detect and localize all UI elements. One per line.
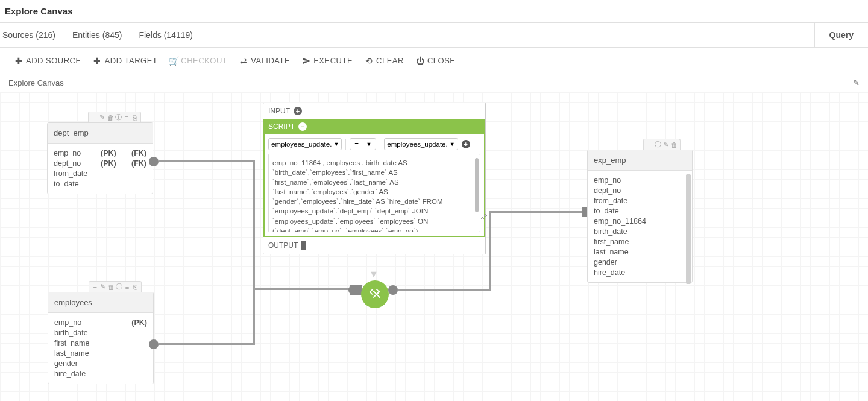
clear-button[interactable]: ⟲ CLEAR — [365, 56, 404, 65]
node-title: employees — [48, 292, 153, 313]
left-expr-select[interactable]: employees_update.▼ — [268, 138, 342, 150]
scrollbar[interactable] — [686, 174, 691, 284]
trash-icon[interactable]: 🗑 — [108, 283, 115, 291]
pencil-icon[interactable]: ✎ — [99, 113, 105, 121]
node-toolbar-dept-emp[interactable]: − ✎ 🗑 ⓘ ≡ ⎘ — [88, 112, 141, 122]
chevron-down-icon: ▼ — [369, 269, 379, 280]
tab-fields[interactable]: Fields (14119) — [130, 23, 201, 47]
btn-label: CLOSE — [427, 56, 456, 65]
tab-query[interactable]: Query — [814, 23, 868, 47]
script-controls: employees_update.▼ = ▼ employees_update.… — [268, 138, 480, 150]
cart-icon: 🛒 — [169, 57, 178, 65]
refresh-icon: ⟲ — [365, 57, 373, 65]
node-exp-emp[interactable]: exp_emp emp_no dept_no from_date to_date… — [587, 150, 693, 283]
output-port[interactable] — [149, 339, 159, 349]
chevron-down-icon: ▼ — [450, 141, 455, 147]
section-label: OUTPUT — [268, 241, 298, 250]
validate-button[interactable]: ⇄ VALIDATE — [239, 56, 290, 65]
btn-label: ADD SOURCE — [26, 56, 81, 65]
btn-label: ADD TARGET — [105, 56, 158, 65]
scrollbar[interactable] — [475, 158, 479, 212]
close-button[interactable]: ⏻ CLOSE — [416, 56, 456, 65]
copy-icon[interactable]: ⎘ — [132, 283, 139, 291]
btn-label: CHECKOUT — [181, 56, 227, 65]
trash-icon[interactable]: 🗑 — [671, 141, 678, 148]
script-content: employees_update.▼ = ▼ employees_update.… — [263, 134, 485, 237]
node-fields: emp_no (PK) birth_date first_name last_n… — [48, 313, 153, 384]
btn-label: CLEAR — [376, 56, 404, 65]
section-label: SCRIPT — [268, 122, 295, 131]
edit-title-button[interactable]: ✎ — [853, 78, 860, 87]
node-fields: emp_no dept_no from_date to_date emp_no_… — [588, 171, 692, 282]
pencil-icon[interactable]: ✎ — [99, 283, 106, 291]
plus-icon: ✚ — [14, 57, 23, 65]
add-condition-button[interactable]: + — [462, 140, 470, 148]
swap-icon: ⇄ — [239, 57, 248, 65]
add-output-button[interactable]: + — [301, 241, 306, 250]
input-section[interactable]: INPUT + — [263, 103, 485, 119]
field-row: to_date — [54, 180, 146, 188]
tabs-row: Sources (216) Entities (845) Fields (141… — [0, 22, 868, 48]
pencil-icon[interactable]: ✎ — [662, 141, 670, 148]
add-target-button[interactable]: ✚ ADD TARGET — [93, 56, 158, 65]
btn-label: EXECUTE — [313, 56, 353, 65]
add-input-button[interactable]: + — [294, 107, 302, 115]
node-title: dept_emp — [48, 123, 153, 144]
collapse-script-button[interactable]: − — [298, 122, 307, 131]
node-title: exp_emp — [588, 150, 692, 171]
send-icon — [302, 57, 310, 65]
breadcrumb: Explore Canvas — [8, 78, 64, 87]
power-icon: ⏻ — [416, 57, 424, 65]
field-row: dept_no (PK) (FK) — [54, 159, 146, 168]
info-icon[interactable]: ⓘ — [116, 282, 122, 291]
output-port[interactable] — [149, 157, 159, 166]
chevron-down-icon: ▼ — [333, 141, 339, 147]
output-section[interactable]: OUTPUT + — [263, 237, 485, 254]
merge-output-port[interactable] — [388, 285, 398, 295]
node-dept-emp[interactable]: dept_emp emp_no (PK) (FK) dept_no (PK) (… — [47, 122, 153, 194]
field-row: emp_no (PK) — [54, 318, 147, 327]
checkout-button[interactable]: 🛒 CHECKOUT — [169, 56, 227, 65]
plus-icon: ✚ — [93, 57, 102, 65]
tab-sources[interactable]: Sources (216) — [0, 23, 64, 47]
resize-handle[interactable] — [481, 210, 487, 216]
operator-select[interactable]: = ▼ — [350, 138, 376, 150]
transform-node[interactable] — [361, 280, 389, 308]
info-icon[interactable]: ⓘ — [655, 140, 662, 149]
script-section[interactable]: SCRIPT − — [263, 119, 485, 134]
node-fields: emp_no (PK) (FK) dept_no (PK) (FK) from_… — [48, 144, 153, 194]
action-toolbar: ✚ ADD SOURCE ✚ ADD TARGET 🛒 CHECKOUT ⇄ V… — [0, 48, 868, 74]
trash-icon[interactable]: 🗑 — [107, 114, 114, 121]
transform-icon — [368, 288, 382, 301]
page-title: Explore Canvas — [0, 0, 868, 22]
section-label: INPUT — [268, 107, 290, 115]
field-row: emp_no (PK) (FK) — [54, 149, 146, 157]
minus-icon[interactable]: − — [646, 141, 653, 148]
field-row: from_date — [54, 169, 146, 178]
copy-icon[interactable]: ⎘ — [131, 114, 138, 121]
canvas[interactable]: − ✎ 🗑 ⓘ ≡ ⎘ dept_emp emp_no (PK) (FK) de… — [0, 92, 868, 401]
list-icon[interactable]: ≡ — [123, 114, 130, 121]
btn-label: VALIDATE — [251, 56, 290, 65]
script-node[interactable]: INPUT + SCRIPT − employees_update.▼ = ▼ … — [263, 103, 486, 254]
list-icon[interactable]: ≡ — [124, 283, 130, 291]
node-toolbar-exp-emp[interactable]: − ⓘ ✎ 🗑 — [643, 139, 681, 150]
minus-icon[interactable]: − — [91, 114, 98, 121]
breadcrumb-row: Explore Canvas ✎ — [0, 74, 868, 92]
node-employees[interactable]: employees emp_no (PK) birth_date first_n… — [48, 292, 154, 384]
right-expr-select[interactable]: employees_update.▼ — [384, 138, 458, 150]
info-icon[interactable]: ⓘ — [115, 113, 122, 122]
execute-button[interactable]: EXECUTE — [302, 56, 353, 65]
tab-entities[interactable]: Entities (845) — [64, 23, 130, 47]
chevron-down-icon: ▼ — [366, 141, 371, 147]
node-toolbar-employees[interactable]: − ✎ 🗑 ⓘ ≡ ⎘ — [89, 281, 142, 292]
add-source-button[interactable]: ✚ ADD SOURCE — [14, 56, 81, 65]
sql-textarea[interactable]: emp_no_11864 , employees . birth_date AS… — [268, 154, 480, 232]
minus-icon[interactable]: − — [92, 283, 98, 291]
